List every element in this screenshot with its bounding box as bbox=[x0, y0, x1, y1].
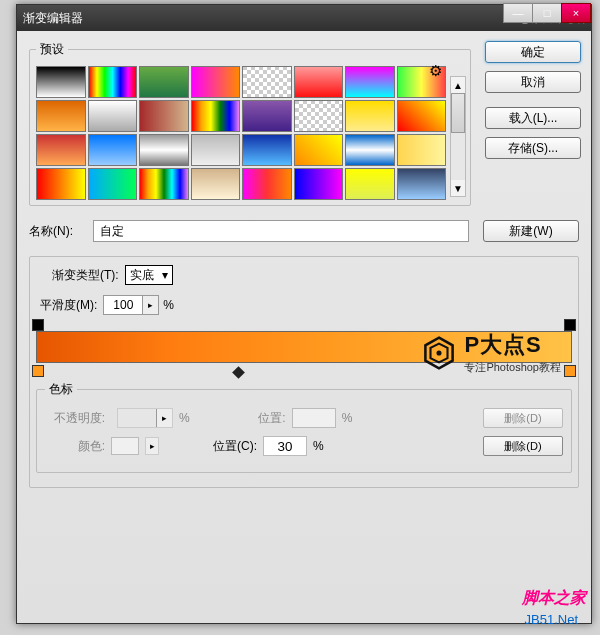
watermark-blue: JB51.Net bbox=[525, 612, 578, 627]
percent-label: % bbox=[163, 298, 174, 312]
smoothness-input[interactable] bbox=[104, 296, 142, 314]
opacity-stop-row: 不透明度: ▸ % 位置: % 删除(D) bbox=[45, 408, 563, 428]
color-pos-input[interactable] bbox=[263, 436, 307, 456]
opacity-stop-right[interactable] bbox=[564, 319, 576, 331]
smoothness-label: 平滑度(M): bbox=[40, 297, 97, 314]
svg-point-2 bbox=[437, 350, 442, 355]
chevron-right-icon[interactable]: ▸ bbox=[142, 296, 158, 314]
scroll-track[interactable] bbox=[451, 93, 465, 180]
preset-swatch[interactable] bbox=[139, 134, 189, 166]
preset-swatch[interactable] bbox=[242, 168, 292, 200]
color-stop-row: 颜色: ▸ 位置(C): % 删除(D) bbox=[45, 436, 563, 456]
preset-swatch[interactable] bbox=[191, 66, 241, 98]
maximize-button[interactable]: □ bbox=[532, 3, 562, 23]
watermark-logo: P大点S 专注Photoshop教程 bbox=[422, 330, 561, 375]
opacity-pos-pct: % bbox=[342, 411, 353, 425]
midpoint-diamond[interactable] bbox=[232, 366, 245, 379]
preset-swatch[interactable] bbox=[139, 100, 189, 132]
preset-swatch[interactable] bbox=[294, 100, 344, 132]
presets-legend: 预设 bbox=[36, 41, 68, 58]
gradient-type-label: 渐变类型(T): bbox=[52, 267, 119, 284]
stops-legend: 色标 bbox=[45, 381, 77, 398]
gradient-type-select[interactable]: 实底 bbox=[125, 265, 173, 285]
preset-swatch[interactable] bbox=[36, 100, 86, 132]
color-stop-right[interactable] bbox=[564, 365, 576, 377]
cancel-button[interactable]: 取消 bbox=[485, 71, 581, 93]
color-pos-pct: % bbox=[313, 439, 324, 453]
gear-icon[interactable]: ⚙ bbox=[429, 62, 442, 80]
titlebar[interactable]: 渐变编辑器 思缘设计论坛 — □ × bbox=[17, 5, 591, 31]
scroll-up-icon[interactable]: ▲ bbox=[451, 77, 465, 93]
gradient-editor-window: 渐变编辑器 思缘设计论坛 — □ × 预设 ⚙ ▲ ▼ bbox=[16, 4, 592, 624]
color-swatch bbox=[111, 437, 139, 455]
preset-swatch[interactable] bbox=[36, 134, 86, 166]
gradient-type-value: 实底 bbox=[130, 267, 154, 284]
presets-fieldset: 预设 ⚙ ▲ ▼ bbox=[29, 41, 471, 206]
window-buttons: — □ × bbox=[504, 3, 591, 23]
close-button[interactable]: × bbox=[561, 3, 591, 23]
preset-swatch[interactable] bbox=[88, 66, 138, 98]
preset-swatch[interactable] bbox=[88, 100, 138, 132]
preset-swatch[interactable] bbox=[242, 100, 292, 132]
logo-text: P大点S bbox=[464, 330, 561, 360]
preset-swatch[interactable] bbox=[242, 66, 292, 98]
preset-swatch[interactable] bbox=[191, 100, 241, 132]
preset-grid bbox=[36, 66, 446, 200]
logo-subtext: 专注Photoshop教程 bbox=[464, 360, 561, 375]
chevron-right-icon: ▸ bbox=[145, 437, 159, 455]
preset-swatch[interactable] bbox=[36, 168, 86, 200]
save-button[interactable]: 存储(S)... bbox=[485, 137, 581, 159]
color-delete-button[interactable]: 删除(D) bbox=[483, 436, 563, 456]
opacity-stepper: ▸ bbox=[117, 408, 173, 428]
dialog-content: 预设 ⚙ ▲ ▼ 确定 取消 载入(L)... 存储(S)... bbox=[17, 31, 591, 623]
opacity-delete-button: 删除(D) bbox=[483, 408, 563, 428]
presets-scrollbar[interactable]: ▲ ▼ bbox=[450, 76, 466, 197]
preset-swatch[interactable] bbox=[294, 168, 344, 200]
ok-button[interactable]: 确定 bbox=[485, 41, 581, 63]
watermark-red: 脚本之家 bbox=[522, 588, 586, 609]
preset-swatch[interactable] bbox=[191, 168, 241, 200]
name-label: 名称(N): bbox=[29, 223, 93, 240]
name-input[interactable] bbox=[93, 220, 469, 242]
opacity-pos-label: 位置: bbox=[226, 410, 286, 427]
color-pos-label: 位置(C): bbox=[201, 438, 257, 455]
preset-swatch[interactable] bbox=[397, 168, 447, 200]
preset-swatch[interactable] bbox=[345, 66, 395, 98]
color-label: 颜色: bbox=[45, 438, 105, 455]
hexagon-logo-icon bbox=[422, 336, 456, 370]
opacity-pos-input bbox=[292, 408, 336, 428]
opacity-label: 不透明度: bbox=[45, 410, 105, 427]
preset-swatch[interactable] bbox=[191, 134, 241, 166]
preset-swatch[interactable] bbox=[88, 168, 138, 200]
preset-swatch[interactable] bbox=[36, 66, 86, 98]
preset-swatch[interactable] bbox=[345, 134, 395, 166]
preset-swatch[interactable] bbox=[242, 134, 292, 166]
preset-swatch[interactable] bbox=[139, 168, 189, 200]
scroll-down-icon[interactable]: ▼ bbox=[451, 180, 465, 196]
preset-swatch[interactable] bbox=[397, 100, 447, 132]
opacity-pct: % bbox=[179, 411, 190, 425]
smoothness-stepper[interactable]: ▸ bbox=[103, 295, 159, 315]
preset-swatch[interactable] bbox=[345, 168, 395, 200]
preset-swatch[interactable] bbox=[88, 134, 138, 166]
color-stop-left[interactable] bbox=[32, 365, 44, 377]
window-title: 渐变编辑器 bbox=[23, 10, 83, 27]
preset-swatch[interactable] bbox=[294, 134, 344, 166]
preset-swatch[interactable] bbox=[294, 66, 344, 98]
opacity-input bbox=[118, 409, 156, 427]
load-button[interactable]: 载入(L)... bbox=[485, 107, 581, 129]
preset-swatch[interactable] bbox=[397, 134, 447, 166]
opacity-stop-left[interactable] bbox=[32, 319, 44, 331]
minimize-button[interactable]: — bbox=[503, 3, 533, 23]
stops-fieldset: 色标 不透明度: ▸ % 位置: % 删除(D) 颜色: ▸ bbox=[36, 381, 572, 473]
chevron-right-icon: ▸ bbox=[156, 409, 172, 427]
scroll-thumb[interactable] bbox=[451, 93, 465, 133]
preset-swatch[interactable] bbox=[139, 66, 189, 98]
preset-swatch[interactable] bbox=[345, 100, 395, 132]
new-button[interactable]: 新建(W) bbox=[483, 220, 579, 242]
